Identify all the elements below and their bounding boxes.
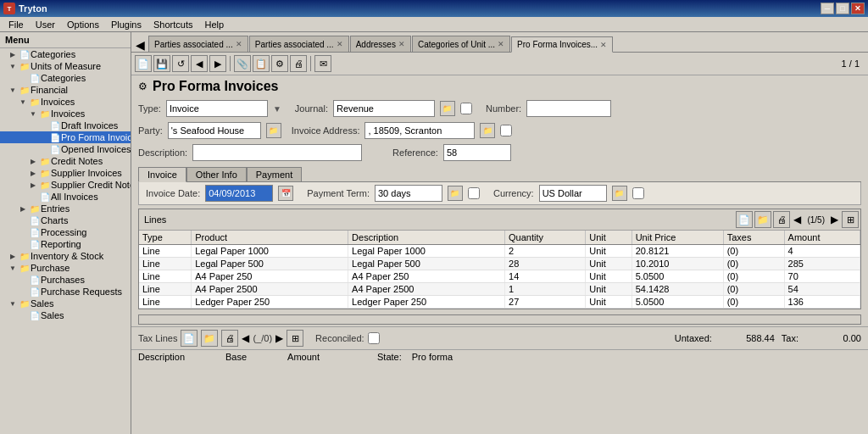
sidebar-item-sales-top[interactable]: ▼ 📁 Sales — [0, 298, 131, 309]
sidebar-item-purchase-requests[interactable]: 📄 Purchase Requests — [0, 286, 131, 298]
table-row[interactable]: LineA4 Paper 250A4 Paper 25014Unit5.0500… — [139, 270, 860, 283]
tab-close-icon[interactable]: ✕ — [498, 40, 504, 48]
invoice-address-checkbox[interactable] — [500, 125, 512, 136]
description-input[interactable] — [192, 144, 362, 161]
tab-close-icon[interactable]: ✕ — [337, 40, 343, 48]
sidebar-item-charts[interactable]: 📄 Charts — [0, 214, 131, 226]
lines-add-button[interactable]: 📄 — [736, 211, 753, 228]
sidebar-item-financial[interactable]: ▼ 📁 Financial — [0, 84, 131, 96]
sidebar-item-reporting[interactable]: 📄 Reporting — [0, 238, 131, 250]
type-dropdown-icon[interactable]: ▼ — [273, 104, 281, 114]
lines-folder-button[interactable]: 📁 — [754, 211, 771, 228]
tab-close-icon[interactable]: ✕ — [600, 41, 607, 49]
tax-expand-button[interactable]: ⊞ — [287, 330, 303, 347]
toolbar-reload-button[interactable]: ↺ — [172, 55, 189, 72]
invoice-address-label: Invoice Address: — [292, 125, 360, 136]
sidebar-item-processing[interactable]: 📄 Processing — [0, 226, 131, 238]
sidebar-item-purchase[interactable]: ▼ 📁 Purchase — [0, 262, 131, 274]
tab-parties-1[interactable]: Parties associated ... ✕ — [148, 36, 248, 52]
title-bar-controls[interactable]: ─ □ ✕ — [821, 3, 865, 14]
sidebar-item-invoices-l3[interactable]: ▼ 📁 Invoices — [0, 108, 131, 120]
sidebar-label: Purchases — [41, 275, 85, 285]
menu-file[interactable]: File — [3, 19, 29, 31]
inner-tab-other-info[interactable]: Other Info — [186, 167, 247, 181]
tab-addresses[interactable]: Addresses ✕ — [350, 36, 411, 52]
table-row[interactable]: LineLedger Paper 250Ledger Paper 25027Un… — [139, 296, 860, 309]
tab-pro-forma-invoices[interactable]: Pro Forma Invoices... ✕ — [511, 36, 613, 53]
menu-plugins[interactable]: Plugins — [106, 19, 147, 31]
reconciled-checkbox[interactable] — [368, 332, 380, 344]
tab-parties-2[interactable]: Parties associated ... ✕ — [249, 36, 349, 52]
party-browse-button[interactable]: 📁 — [266, 123, 281, 138]
sidebar-item-categories[interactable]: 📄 Categories — [0, 72, 131, 84]
number-input[interactable] — [526, 100, 611, 117]
table-row[interactable]: LineLegal Paper 500Legal Paper 50028Unit… — [139, 258, 860, 270]
sidebar-item-inventory[interactable]: ▶ 📁 Inventory & Stock — [0, 250, 131, 262]
sidebar-item-units-of-measure[interactable]: ▼ 📁 Units of Measure — [0, 60, 131, 72]
payment-term-checkbox[interactable] — [468, 187, 480, 199]
toolbar-email-button[interactable]: ✉ — [314, 55, 331, 72]
toolbar-new-button[interactable]: 📄 — [135, 55, 152, 72]
tax-print-button[interactable]: 🖨 — [221, 330, 238, 347]
table-row[interactable]: LineLegal Paper 1000Legal Paper 10002Uni… — [139, 245, 860, 258]
tax-prev-button[interactable]: ◀ — [242, 332, 249, 344]
toolbar-save-button[interactable]: 💾 — [153, 55, 170, 72]
toolbar-redo-button[interactable]: ▶ — [209, 55, 226, 72]
maximize-button[interactable]: □ — [836, 3, 849, 14]
inner-tab-payment[interactable]: Payment — [247, 167, 302, 181]
sidebar-item-purchases[interactable]: 📄 Purchases — [0, 274, 131, 286]
journal-checkbox[interactable] — [460, 103, 472, 114]
lines-expand-button[interactable]: ⊞ — [842, 211, 859, 228]
tax-folder-button[interactable]: 📁 — [201, 330, 218, 347]
invoice-date-picker-button[interactable]: 📅 — [278, 186, 293, 201]
close-button[interactable]: ✕ — [851, 3, 865, 14]
sidebar-item-all-invoices[interactable]: 📄 All Invoices — [0, 191, 131, 203]
menu-help[interactable]: Help — [199, 19, 229, 31]
inner-tab-invoice[interactable]: Invoice — [138, 167, 186, 182]
type-input[interactable] — [166, 100, 268, 117]
currency-input[interactable] — [539, 185, 607, 202]
tax-add-button[interactable]: 📄 — [181, 330, 198, 347]
sidebar-item-credit-notes[interactable]: ▶ 📁 Credit Notes — [0, 155, 131, 167]
toolbar-print-button[interactable]: 🖨 — [290, 55, 307, 72]
toolbar-attach-button[interactable]: 📎 — [234, 55, 251, 72]
invoice-address-browse-button[interactable]: 📁 — [480, 123, 495, 138]
table-row[interactable]: LineA4 Paper 2500A4 Paper 25001Unit54.14… — [139, 283, 860, 296]
tab-close-icon[interactable]: ✕ — [398, 40, 405, 48]
minimize-button[interactable]: ─ — [821, 3, 834, 14]
lines-print-button[interactable]: 🖨 — [773, 211, 790, 228]
sidebar-item-supplier-invoices[interactable]: ▶ 📁 Supplier Invoices — [0, 167, 131, 179]
currency-checkbox[interactable] — [632, 187, 644, 199]
journal-input[interactable] — [333, 100, 435, 117]
horizontal-scrollbar[interactable] — [138, 314, 861, 325]
menu-options[interactable]: Options — [62, 19, 104, 31]
menu-shortcuts[interactable]: Shortcuts — [148, 19, 198, 31]
invoice-date-input[interactable] — [205, 185, 273, 202]
sidebar-item-categories-top[interactable]: ▶ 📄 Categories — [0, 48, 131, 60]
tab-prev-button[interactable]: ◀ — [133, 38, 147, 52]
tax-next-button[interactable]: ▶ — [275, 332, 283, 344]
payment-term-input[interactable] — [375, 185, 442, 202]
lines-prev-button[interactable]: ◀ — [792, 214, 803, 225]
sidebar-item-pro-forma-invoices[interactable]: 📄 Pro Forma Invoices — [0, 131, 131, 143]
sidebar-item-draft-invoices[interactable]: 📄 Draft Invoices — [0, 120, 131, 131]
lines-next-button[interactable]: ▶ — [829, 214, 840, 225]
menu-user[interactable]: User — [31, 19, 60, 31]
payment-term-browse-button[interactable]: 📁 — [448, 186, 463, 201]
sidebar-item-supplier-credit-notes[interactable]: ▶ 📁 Supplier Credit Notes — [0, 179, 131, 191]
reference-input[interactable] — [443, 144, 511, 161]
currency-browse-button[interactable]: 📁 — [612, 186, 627, 201]
invoice-address-input[interactable] — [364, 122, 475, 139]
sidebar-item-opened-invoices[interactable]: 📄 Opened Invoices — [0, 143, 131, 155]
sidebar-item-invoices-l2[interactable]: ▼ 📁 Invoices — [0, 96, 131, 108]
sidebar-item-entries[interactable]: ▶ 📁 Entries — [0, 203, 131, 214]
tab-categories-unit[interactable]: Categories of Unit ... ✕ — [412, 36, 510, 52]
sidebar-item-sales[interactable]: 📄 Sales — [0, 309, 131, 321]
form-nav-icon[interactable]: ⚙ — [138, 81, 147, 92]
tab-close-icon[interactable]: ✕ — [236, 40, 242, 48]
toolbar-action-button[interactable]: ⚙ — [271, 55, 288, 72]
journal-browse-button[interactable]: 📁 — [440, 101, 455, 116]
toolbar-undo-button[interactable]: ◀ — [191, 55, 208, 72]
toolbar-log-button[interactable]: 📋 — [253, 55, 270, 72]
party-input[interactable] — [168, 122, 261, 139]
